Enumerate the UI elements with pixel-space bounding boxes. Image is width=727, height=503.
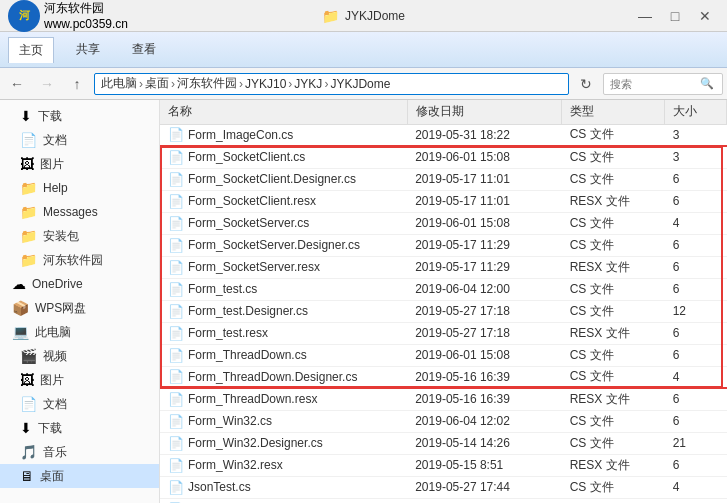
table-row[interactable]: 📄Form_test.resx2019-05-27 17:18RESX 文件6 bbox=[160, 322, 727, 344]
help-icon: 📁 bbox=[20, 180, 37, 196]
file-icon: 📄 bbox=[168, 127, 184, 142]
file-type: RESX 文件 bbox=[562, 388, 665, 410]
file-size: 6 bbox=[665, 234, 727, 256]
file-name: Form_SocketClient.resx bbox=[188, 194, 316, 208]
table-row[interactable]: 📄Form_ThreadDown.resx2019-05-16 16:39RES… bbox=[160, 388, 727, 410]
pictures-label: 图片 bbox=[40, 156, 64, 173]
sidebar-item-documents[interactable]: 📄文档 bbox=[0, 128, 159, 152]
path-separator: › bbox=[171, 77, 175, 91]
col-name[interactable]: 名称 bbox=[160, 100, 407, 124]
downloads2-label: 下载 bbox=[38, 420, 62, 437]
music-label: 音乐 bbox=[43, 444, 67, 461]
forward-button[interactable]: → bbox=[34, 71, 60, 97]
table-row[interactable]: 📄Form_SocketServer.resx2019-05-17 11:29R… bbox=[160, 256, 727, 278]
documents2-icon: 📄 bbox=[20, 396, 37, 412]
sidebar-item-download[interactable]: ⬇下载 bbox=[0, 104, 159, 128]
sidebar-item-documents2[interactable]: 📄文档 bbox=[0, 392, 159, 416]
download-icon: ⬇ bbox=[20, 108, 32, 124]
path-part-2[interactable]: 河东软件园 bbox=[177, 75, 237, 92]
col-size[interactable]: 大小 bbox=[665, 100, 727, 124]
brand-name: 河东软件园 bbox=[44, 0, 128, 17]
path-part-3[interactable]: JYKJ10 bbox=[245, 77, 286, 91]
tab-view[interactable]: 查看 bbox=[122, 37, 166, 62]
sidebar-item-help[interactable]: 📁Help bbox=[0, 176, 159, 200]
messages-icon: 📁 bbox=[20, 204, 37, 220]
table-row[interactable]: 📄Form_SocketClient.resx2019-05-17 11:01R… bbox=[160, 190, 727, 212]
table-row[interactable]: 📄Form_test.cs2019-06-04 12:00CS 文件6 bbox=[160, 278, 727, 300]
file-icon: 📄 bbox=[168, 216, 184, 231]
sidebar-item-videos[interactable]: 🎬视频 bbox=[0, 344, 159, 368]
file-date: 2019-06-04 12:00 bbox=[407, 278, 562, 300]
table-row[interactable]: 📄Form_ThreadDown.Designer.cs2019-05-16 1… bbox=[160, 366, 727, 388]
thispc-label: 此电脑 bbox=[35, 324, 71, 341]
address-path[interactable]: 此电脑 › 桌面 › 河东软件园 › JYKJ10 › JYKJ › JYKJD… bbox=[94, 73, 569, 95]
file-date: 2019-05-16 16:39 bbox=[407, 366, 562, 388]
search-box: 🔍 bbox=[603, 73, 723, 95]
file-table: 名称 修改日期 类型 大小 📄Form_ImageCon.cs2019-05-3… bbox=[160, 100, 727, 503]
file-name-cell: 📄Form_Win32.Designer.cs bbox=[160, 432, 407, 454]
sidebar-item-installer[interactable]: 📁安装包 bbox=[0, 224, 159, 248]
folder-icon: 📁 bbox=[322, 8, 339, 24]
up-button[interactable]: ↑ bbox=[64, 71, 90, 97]
sidebar-item-messages[interactable]: 📁Messages bbox=[0, 200, 159, 224]
table-row[interactable]: 📄Form_Win32.resx2019-05-15 8:51RESX 文件6 bbox=[160, 454, 727, 476]
sidebar-item-pictures2[interactable]: 🖼图片 bbox=[0, 368, 159, 392]
maximize-button[interactable]: □ bbox=[661, 2, 689, 30]
file-date: 2019-05-27 17:18 bbox=[407, 300, 562, 322]
messages-label: Messages bbox=[43, 205, 98, 219]
file-icon: 📄 bbox=[168, 172, 184, 187]
file-type: CS 文件 bbox=[562, 432, 665, 454]
file-icon: 📄 bbox=[168, 150, 184, 165]
file-date: 2019-05-31 18:22 bbox=[407, 124, 562, 146]
path-part-5[interactable]: JYKJDome bbox=[330, 77, 390, 91]
file-type: CSPROJ 文件 bbox=[562, 498, 665, 503]
close-button[interactable]: ✕ bbox=[691, 2, 719, 30]
table-row[interactable]: 📄Form_ImageCon.cs2019-05-31 18:22CS 文件3 bbox=[160, 124, 727, 146]
table-row[interactable]: 📄Form_SocketServer.Designer.cs2019-05-17… bbox=[160, 234, 727, 256]
table-row[interactable]: 📄Form_Win32.cs2019-06-04 12:02CS 文件6 bbox=[160, 410, 727, 432]
sidebar-item-onedrive[interactable]: ☁OneDrive bbox=[0, 272, 159, 296]
table-row[interactable]: 📄Form_ThreadDown.cs2019-06-01 15:08CS 文件… bbox=[160, 344, 727, 366]
sidebar-item-desktop[interactable]: 🖥桌面 bbox=[0, 464, 159, 488]
table-row[interactable]: 📄Form_SocketServer.cs2019-06-01 15:08CS … bbox=[160, 212, 727, 234]
sidebar-item-downloads2[interactable]: ⬇下载 bbox=[0, 416, 159, 440]
table-row[interactable]: 📄JYKJDome.csproj2019-06-01 15:24CSPROJ 文… bbox=[160, 498, 727, 503]
table-row[interactable]: 📄Form_test.Designer.cs2019-05-27 17:18CS… bbox=[160, 300, 727, 322]
table-row[interactable]: 📄Form_SocketClient.cs2019-06-01 15:08CS … bbox=[160, 146, 727, 168]
table-row[interactable]: 📄Form_SocketClient.Designer.cs2019-05-17… bbox=[160, 168, 727, 190]
file-type: CS 文件 bbox=[562, 168, 665, 190]
file-type: CS 文件 bbox=[562, 410, 665, 432]
file-name-cell: 📄Form_SocketClient.resx bbox=[160, 190, 407, 212]
tab-home[interactable]: 主页 bbox=[8, 37, 54, 63]
refresh-button[interactable]: ↻ bbox=[573, 71, 599, 97]
sidebar-item-music[interactable]: 🎵音乐 bbox=[0, 440, 159, 464]
file-date: 2019-05-17 11:01 bbox=[407, 168, 562, 190]
tab-share[interactable]: 共享 bbox=[66, 37, 110, 62]
back-button[interactable]: ← bbox=[4, 71, 30, 97]
col-date[interactable]: 修改日期 bbox=[407, 100, 562, 124]
file-icon: 📄 bbox=[168, 436, 184, 451]
search-input[interactable] bbox=[610, 78, 700, 90]
logo-text: 河 bbox=[19, 8, 30, 23]
file-name: Form_test.cs bbox=[188, 282, 257, 296]
table-row[interactable]: 📄JsonTest.cs2019-05-27 17:44CS 文件4 bbox=[160, 476, 727, 498]
pictures2-icon: 🖼 bbox=[20, 372, 34, 388]
minimize-button[interactable]: — bbox=[631, 2, 659, 30]
sidebar-item-wps[interactable]: 📦WPS网盘 bbox=[0, 296, 159, 320]
sidebar-item-hedong[interactable]: 📁河东软件园 bbox=[0, 248, 159, 272]
file-name-cell: 📄Form_test.resx bbox=[160, 322, 407, 344]
table-row[interactable]: 📄Form_Win32.Designer.cs2019-05-14 14:26C… bbox=[160, 432, 727, 454]
downloads2-icon: ⬇ bbox=[20, 420, 32, 436]
file-icon: 📄 bbox=[168, 260, 184, 275]
brand-info: 河东软件园 www.pc0359.cn bbox=[44, 0, 128, 31]
path-part-1[interactable]: 桌面 bbox=[145, 75, 169, 92]
sidebar-item-thispc[interactable]: 💻此电脑 bbox=[0, 320, 159, 344]
path-part-4[interactable]: JYKJ bbox=[294, 77, 322, 91]
file-type: RESX 文件 bbox=[562, 190, 665, 212]
file-type: CS 文件 bbox=[562, 366, 665, 388]
path-part-0[interactable]: 此电脑 bbox=[101, 75, 137, 92]
col-type[interactable]: 类型 bbox=[562, 100, 665, 124]
sidebar-item-pictures[interactable]: 🖼图片 bbox=[0, 152, 159, 176]
desktop-label: 桌面 bbox=[40, 468, 64, 485]
content-area: 名称 修改日期 类型 大小 📄Form_ImageCon.cs2019-05-3… bbox=[160, 100, 727, 503]
